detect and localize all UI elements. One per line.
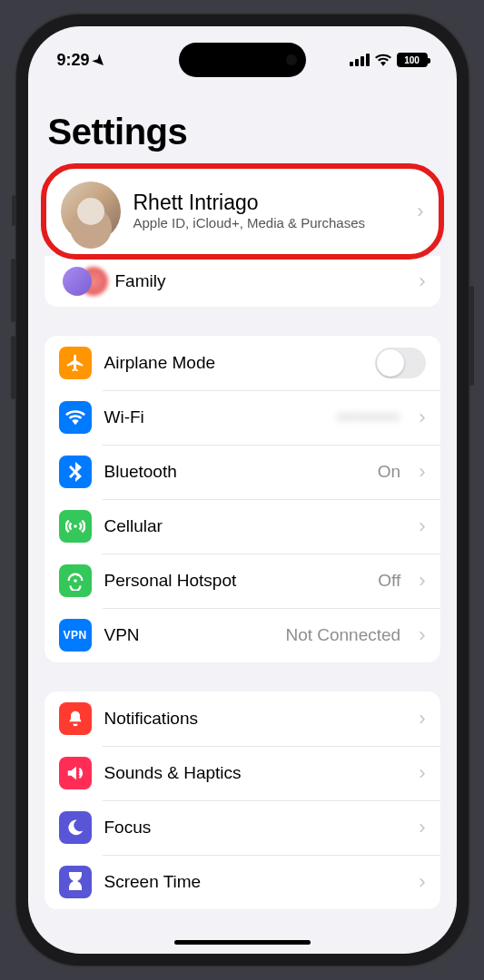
location-icon: ➤ [89, 50, 110, 71]
bluetooth-icon [59, 456, 92, 488]
avatar [61, 181, 121, 241]
vpn-label: VPN [104, 625, 273, 645]
chevron-icon: › [419, 569, 425, 593]
airplane-icon [59, 347, 92, 379]
notifications-icon [59, 702, 92, 735]
clock: 9:29 [57, 51, 90, 70]
wifi-icon [59, 401, 92, 434]
chevron-icon: › [419, 816, 425, 839]
svg-point-0 [74, 579, 77, 583]
wifi-label: Wi-Fi [104, 407, 325, 427]
hotspot-icon [59, 564, 92, 597]
vpn-row[interactable]: VPN VPN Not Connected › [44, 608, 440, 662]
hotspot-value: Off [378, 571, 400, 591]
cellular-icon [59, 510, 92, 543]
network-group: Airplane Mode Wi-Fi •••••••• › Bluetooth… [44, 336, 440, 662]
wifi-status-icon [375, 54, 391, 66]
cellular-row[interactable]: Cellular › [44, 499, 440, 554]
chevron-icon: › [419, 707, 425, 730]
bluetooth-value: On [378, 462, 400, 482]
sounds-row[interactable]: Sounds & Haptics › [44, 746, 440, 800]
chevron-icon: › [417, 200, 423, 223]
screentime-label: Screen Time [104, 872, 407, 892]
bluetooth-row[interactable]: Bluetooth On › [44, 445, 440, 499]
vpn-icon: VPN [59, 619, 92, 652]
chevron-icon: › [419, 460, 425, 484]
account-subtitle: Apple ID, iCloud+, Media & Purchases [133, 215, 405, 232]
chevron-icon: › [419, 761, 425, 785]
bluetooth-label: Bluetooth [104, 462, 365, 482]
battery-icon: 100 [397, 53, 428, 67]
home-indicator[interactable] [174, 940, 311, 945]
vpn-badge-text: VPN [63, 629, 86, 642]
airplane-toggle[interactable] [375, 348, 426, 378]
page-title: Settings [28, 84, 457, 163]
screentime-row[interactable]: Screen Time › [44, 855, 440, 909]
notifications-label: Notifications [104, 709, 407, 729]
chevron-icon: › [419, 406, 425, 429]
airplane-label: Airplane Mode [104, 353, 362, 373]
family-label: Family [115, 271, 407, 291]
chevron-icon: › [419, 270, 425, 293]
system-group: Notifications › Sounds & Haptics › Focus… [44, 691, 440, 909]
focus-label: Focus [104, 818, 407, 838]
wifi-row[interactable]: Wi-Fi •••••••• › [44, 390, 440, 445]
apple-id-highlight: Rhett Intriago Apple ID, iCloud+, Media … [41, 163, 444, 260]
account-name: Rhett Intriago [133, 191, 405, 214]
wifi-value: •••••••• [338, 407, 400, 427]
focus-icon [59, 811, 92, 844]
family-row[interactable]: Family › [44, 256, 440, 307]
chevron-icon: › [419, 623, 425, 647]
airplane-mode-row[interactable]: Airplane Mode [44, 336, 440, 390]
hotspot-label: Personal Hotspot [104, 571, 366, 591]
vpn-value: Not Connected [285, 625, 400, 645]
chevron-icon: › [419, 870, 425, 894]
sounds-label: Sounds & Haptics [104, 763, 407, 783]
focus-row[interactable]: Focus › [44, 800, 440, 855]
notifications-row[interactable]: Notifications › [44, 691, 440, 746]
family-avatars-icon [63, 267, 103, 296]
apple-id-row[interactable]: Rhett Intriago Apple ID, iCloud+, Media … [46, 169, 439, 254]
battery-level: 100 [404, 55, 420, 65]
hotspot-row[interactable]: Personal Hotspot Off › [44, 554, 440, 608]
sounds-icon [59, 757, 92, 789]
cellular-signal-icon [350, 54, 370, 66]
screentime-icon [59, 866, 92, 898]
cellular-label: Cellular [104, 516, 407, 536]
chevron-icon: › [419, 514, 425, 538]
